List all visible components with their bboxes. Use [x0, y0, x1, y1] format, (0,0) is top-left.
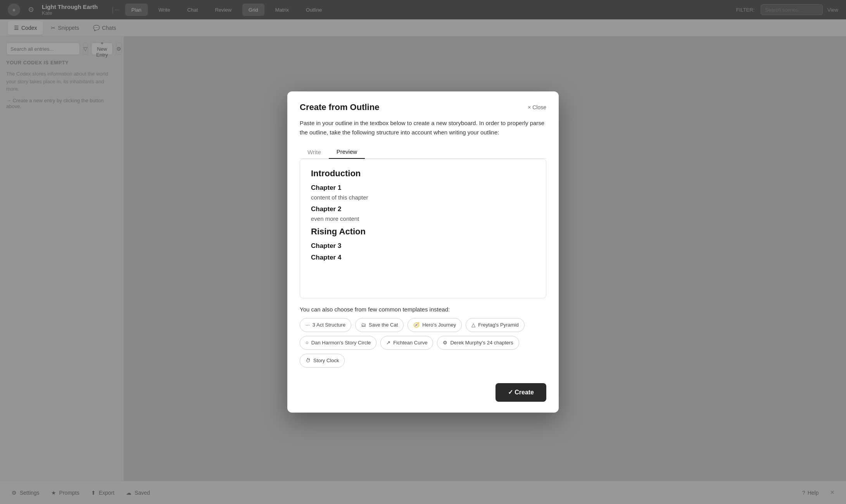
preview-tab[interactable]: Preview — [329, 145, 365, 159]
preview-heading-introduction: Introduction — [311, 169, 535, 179]
modal-footer: ✓ Create — [287, 377, 559, 413]
template-save-the-cat[interactable]: 🗂 Save the Cat — [355, 318, 404, 332]
modal-body: Paste in your outline in the textbox bel… — [287, 119, 559, 377]
template-heros-journey[interactable]: 🧭 Hero's Journey — [407, 318, 462, 332]
preview-heading-chapter2: Chapter 2 — [311, 205, 535, 213]
modal-tabs: Write Preview — [300, 144, 546, 159]
template-fichtean-curve[interactable]: ↗ Fichtean Curve — [380, 336, 433, 350]
preview-heading-chapter4: Chapter 4 — [311, 254, 535, 261]
modal-overlay: Create from Outline × Close Paste in you… — [0, 0, 846, 504]
outline-preview-pane[interactable]: Introduction Chapter 1 content of this c… — [300, 159, 546, 298]
preview-content-chapter2: even more content — [311, 215, 535, 222]
create-button[interactable]: ✓ Create — [496, 383, 546, 402]
preview-content-chapter1: content of this chapter — [311, 194, 535, 201]
modal-description: Paste in your outline in the textbox bel… — [300, 119, 546, 137]
preview-heading-rising-action: Rising Action — [311, 227, 535, 237]
modal-close-button[interactable]: × Close — [528, 104, 546, 110]
derek-murphy-icon: ⚙ — [443, 340, 447, 346]
heros-journey-icon: 🧭 — [413, 322, 420, 328]
three-dots-icon: ··· — [306, 322, 310, 328]
templates-label: You can also choose from few common temp… — [300, 306, 546, 313]
template-story-clock[interactable]: ⏱ Story Clock — [300, 354, 345, 368]
pyramid-icon: △ — [471, 322, 475, 328]
template-freytags-pyramid[interactable]: △ Freytag's Pyramid — [466, 318, 524, 332]
circle-icon: ○ — [306, 340, 309, 346]
templates-grid: ··· 3 Act Structure 🗂 Save the Cat 🧭 Her… — [300, 318, 546, 368]
fichtean-icon: ↗ — [386, 340, 390, 346]
save-cat-icon: 🗂 — [361, 322, 366, 328]
template-derek-murphy-24-chapters[interactable]: ⚙ Derek Murphy's 24 chapters — [437, 336, 519, 350]
preview-heading-chapter3: Chapter 3 — [311, 242, 535, 250]
write-tab[interactable]: Write — [300, 145, 329, 159]
template-3-act-structure[interactable]: ··· 3 Act Structure — [300, 318, 351, 332]
preview-heading-chapter1: Chapter 1 — [311, 184, 535, 192]
template-dan-harmon-story-circle[interactable]: ○ Dan Harmon's Story Circle — [300, 336, 376, 350]
modal-title: Create from Outline — [300, 102, 379, 112]
modal-header: Create from Outline × Close — [287, 91, 559, 119]
create-from-outline-modal: Create from Outline × Close Paste in you… — [287, 91, 559, 413]
story-clock-icon: ⏱ — [306, 358, 311, 363]
